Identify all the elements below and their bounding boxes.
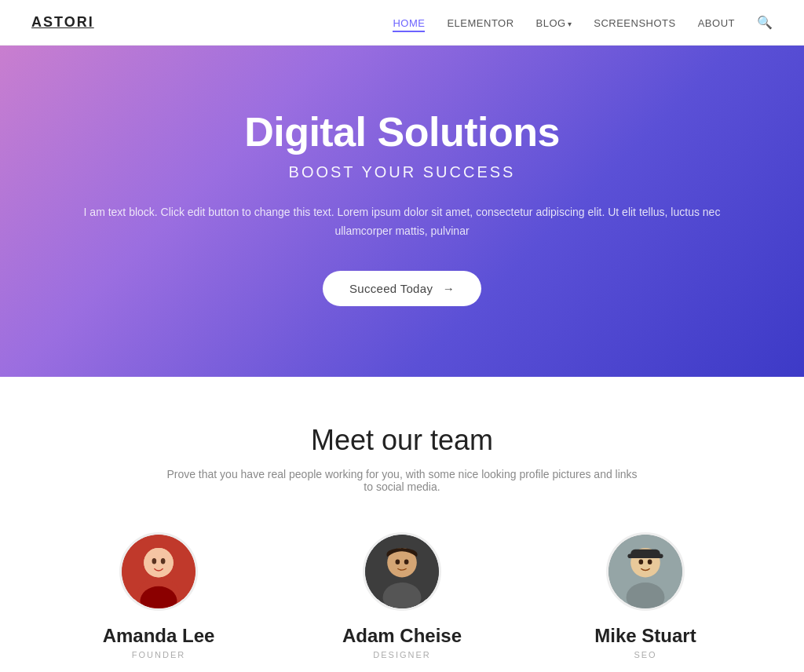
team-section: Meet our team Prove that you have real p… [0,377,804,672]
member-role-amanda: FOUNDER [64,650,253,659]
hero-cta-arrow: → [443,282,455,295]
member-name-adam: Adam Cheise [308,625,496,647]
nav-link-elementor[interactable]: ELEMENTOR [447,17,513,29]
member-name-mike: Mike Stuart [551,625,740,647]
team-grid: Amanda Lee FOUNDER I am text block. Clic… [49,532,755,672]
svg-point-5 [161,558,166,564]
avatar-amanda [119,532,198,611]
nav-item-blog[interactable]: BLOG▾ [536,16,572,30]
hero-cta-button[interactable]: Succeed Today → [323,271,481,306]
team-subtitle: Prove that you have real people working … [166,468,638,493]
member-name-amanda: Amanda Lee [64,625,253,647]
hero-title: Digital Solutions [31,108,773,155]
svg-point-17 [648,559,652,564]
nav-link-about[interactable]: ABOUT [698,17,735,29]
svg-point-3 [144,548,174,578]
nav-links: HOME ELEMENTOR BLOG▾ SCREENSHOTS ABOUT 🔍 [393,15,773,30]
svg-point-4 [152,558,157,564]
member-role-adam: DESIGNER [308,650,496,659]
avatar-mike [606,532,685,611]
navbar: ASTORI HOME ELEMENTOR BLOG▾ SCREENSHOTS … [0,0,804,46]
hero-body: I am text block. Click edit button to ch… [60,203,744,241]
nav-search-icon[interactable]: 🔍 [757,15,773,30]
nav-item-about[interactable]: ABOUT [698,16,735,30]
nav-item-screenshots[interactable]: SCREENSHOTS [594,16,675,30]
hero-section: Digital Solutions BOOST YOUR SUCCESS I a… [0,46,804,377]
member-role-mike: SEO [551,650,740,659]
svg-point-10 [404,559,409,564]
team-card-amanda: Amanda Lee FOUNDER I am text block. Clic… [49,532,269,672]
svg-rect-15 [627,553,663,558]
nav-link-blog[interactable]: BLOG▾ [536,17,572,29]
svg-point-16 [639,559,644,564]
hero-cta-label: Succeed Today [349,282,433,295]
team-card-adam: Adam Cheise DESIGNER I am text block. Cl… [292,532,512,672]
team-card-mike: Mike Stuart SEO I am text block. Click e… [535,532,755,672]
nav-item-home[interactable]: HOME [393,16,425,30]
svg-point-9 [396,559,400,564]
nav-link-screenshots[interactable]: SCREENSHOTS [594,17,675,29]
avatar-adam [363,532,441,611]
team-heading: Meet our team [31,424,773,457]
nav-item-elementor[interactable]: ELEMENTOR [447,16,513,30]
hero-subtitle: BOOST YOUR SUCCESS [31,163,773,181]
nav-link-home[interactable]: HOME [393,17,425,32]
site-logo[interactable]: ASTORI [31,14,94,31]
